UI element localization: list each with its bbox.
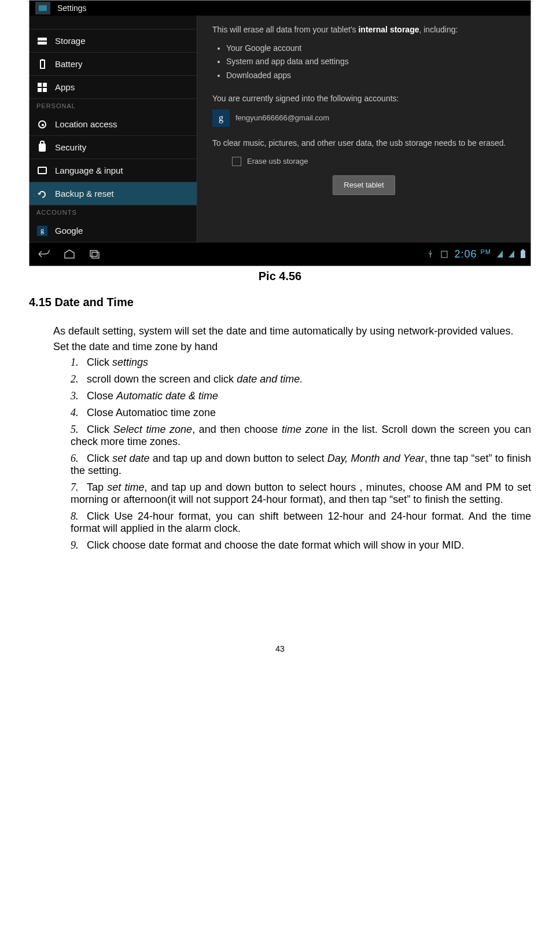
status-bar: Settings <box>30 1 530 16</box>
erase-bullet-list: Your Google account System and app data … <box>226 42 515 82</box>
step-item: 1.Click settings <box>71 356 531 369</box>
storage-icon <box>36 35 48 47</box>
lock-icon <box>36 142 48 153</box>
sidebar-item-label: Apps <box>55 82 75 92</box>
home-nav-icon[interactable] <box>63 249 76 259</box>
figure-caption: Pic 4.56 <box>29 270 531 283</box>
android-settings-screenshot: Settings Display Storage Battery <box>29 0 531 266</box>
google-icon: g <box>36 225 48 237</box>
sidebar-header-personal: PERSONAL <box>30 99 197 113</box>
sidebar-item-storage[interactable]: Storage <box>30 30 197 53</box>
location-icon <box>36 119 48 130</box>
sidebar-item-display[interactable]: Display <box>30 16 197 30</box>
sd-icon <box>440 250 448 258</box>
recent-nav-icon[interactable] <box>89 249 101 259</box>
apps-icon <box>36 82 48 93</box>
screenshot-body: Display Storage Battery Apps PERSONAL <box>30 16 530 242</box>
language-icon: A <box>36 165 48 177</box>
wifi-signal-icon <box>497 251 503 258</box>
backup-icon <box>36 188 48 200</box>
sidebar-item-label: Language & input <box>55 166 123 175</box>
usb-icon <box>426 250 434 258</box>
cell-signal-icon <box>509 251 514 258</box>
bullet-item: System and app data and settings <box>226 56 515 68</box>
svg-rect-2 <box>441 251 447 258</box>
signed-in-text: You are currently signed into the follow… <box>212 93 515 105</box>
erase-usb-label: Erase usb storage <box>247 156 308 167</box>
bullet-item: Downloaded apps <box>226 69 515 82</box>
step-item: 9.Click choose date format and choose th… <box>71 539 531 551</box>
sidebar-item-label: Security <box>55 142 86 152</box>
checkbox-icon[interactable] <box>232 157 241 166</box>
svg-rect-4 <box>522 249 524 251</box>
step-item: 3.Close Automatic date & time <box>71 390 531 402</box>
account-row: g fengyun666666@gmail.com <box>212 109 515 127</box>
steps-list: 1.Click settings 2.scroll down the scree… <box>71 356 531 551</box>
bullet-item: Your Google account <box>226 42 515 55</box>
step-item: 7.Tap set time, and tap up and down butt… <box>71 481 531 506</box>
account-email: fengyun666666@gmail.com <box>235 112 329 124</box>
sidebar-header-accounts: ACCOUNTS <box>30 205 197 219</box>
warning-prefix: This will erase all data from your table… <box>212 25 358 34</box>
sidebar-item-label: Battery <box>55 59 83 69</box>
step-item: 8.Click Use 24-hour format, you can shif… <box>71 510 531 535</box>
status-icons: 2:06 PM <box>426 248 526 260</box>
sidebar-item-security[interactable]: Security <box>30 136 197 159</box>
svg-rect-0 <box>90 251 97 256</box>
battery-status-icon <box>520 249 526 259</box>
reset-tablet-button[interactable]: Reset tablet <box>333 175 395 195</box>
sidebar-item-label: Location access <box>55 119 117 129</box>
svg-rect-3 <box>521 251 525 258</box>
step-item: 5.Click Select time zone, and then choos… <box>71 424 531 448</box>
sidebar-item-label: Backup & reset <box>55 189 114 198</box>
intro-paragraph: As default setting, system will set the … <box>29 325 531 337</box>
erase-warning-text: This will erase all data from your table… <box>212 24 515 36</box>
sidebar-item-google[interactable]: g Google <box>30 219 197 242</box>
system-bar: 2:06 PM <box>30 242 530 266</box>
step-item: 2.scroll down the screen and click date … <box>71 373 531 385</box>
sidebar-item-battery[interactable]: Battery <box>30 53 197 76</box>
page-number: 43 <box>29 644 531 653</box>
sidebar-item-language[interactable]: A Language & input <box>30 159 197 182</box>
sub-intro: Set the date and time zone by hand <box>53 341 531 353</box>
app-icon <box>35 2 50 14</box>
battery-icon <box>36 58 48 70</box>
sidebar-item-apps[interactable]: Apps <box>30 76 197 99</box>
google-account-icon: g <box>212 109 230 127</box>
erase-usb-row[interactable]: Erase usb storage <box>232 156 515 167</box>
clock: 2:06 PM <box>454 248 491 260</box>
section-heading: 4.15 Date and Time <box>29 296 531 309</box>
sidebar-item-label: Google <box>55 226 83 236</box>
display-icon <box>36 17 48 28</box>
step-item: 4.Close Automatioc time zone <box>71 407 531 419</box>
settings-sidebar: Display Storage Battery Apps PERSONAL <box>30 16 197 242</box>
step-item: 6.Click set date and tap up and down but… <box>71 453 531 477</box>
clear-note-text: To clear music, pictures, and other user… <box>212 137 515 150</box>
warning-strong: internal storage <box>358 25 419 34</box>
warning-suffix: , including: <box>419 25 458 34</box>
sidebar-item-location[interactable]: Location access <box>30 113 197 136</box>
sidebar-item-label: Storage <box>55 36 86 46</box>
svg-rect-1 <box>92 252 99 258</box>
back-nav-icon[interactable] <box>38 249 50 259</box>
sidebar-item-backup-reset[interactable]: Backup & reset <box>30 182 197 205</box>
app-title: Settings <box>57 3 87 13</box>
settings-content: This will erase all data from your table… <box>197 16 530 242</box>
